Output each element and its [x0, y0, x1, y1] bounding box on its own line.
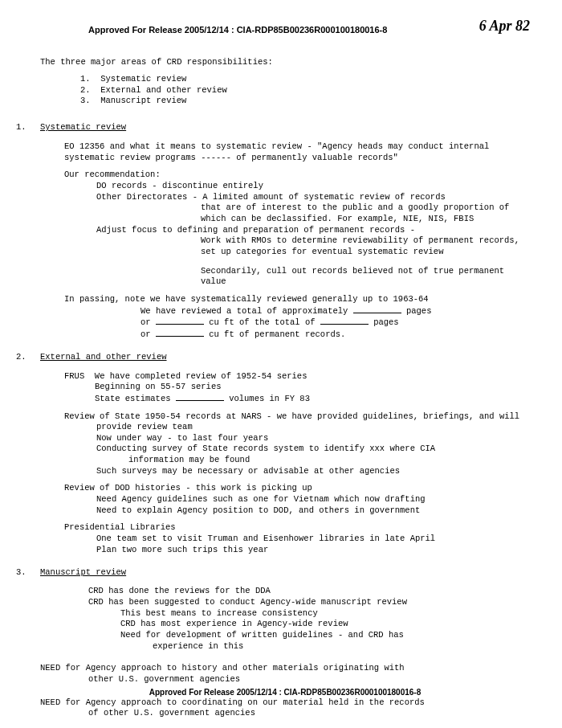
rec-other-cont: that are of interest to the public and a…: [201, 202, 530, 224]
section-2: 2. External and other review FRUS We hav…: [40, 351, 530, 555]
passing-l4: or cu ft of permanent records.: [140, 329, 530, 341]
sec2-dod: Review of DOD histories - this work is p…: [64, 483, 530, 516]
rec-label: Our recommendation:: [64, 170, 530, 181]
sec3-num: 3.: [16, 566, 26, 578]
rec-adjust: Adjust focus to defining and preparation…: [96, 225, 530, 258]
area-1: 1. Systematic review: [80, 74, 530, 85]
m4: CRD has most experience in Agency-wide r…: [120, 619, 530, 630]
rec-adjust-cont: Work with RMOs to determine reviewabilit…: [201, 235, 530, 257]
state-l1: Review of State 1950-54 records at NARS …: [64, 411, 530, 433]
dod-l1: Review of DOD histories - this work is p…: [64, 483, 530, 494]
pres-l2: Plan two more such trips this year: [96, 545, 530, 556]
need-block: NEED for Agency approach to history and …: [40, 663, 530, 719]
sec2-state: Review of State 1950-54 records at NARS …: [64, 411, 530, 477]
m3: This best means to increase consistency: [120, 608, 530, 620]
pres-label: Presidential Libraries: [64, 522, 530, 534]
rec-secondary: Secondarily, cull out records believed n…: [201, 266, 530, 288]
frus-l2: Beginning on 55-57 series: [95, 382, 530, 393]
m5: Need for development of written guidelin…: [120, 630, 530, 652]
dod-l2: Need Agency guidelines such as one for V…: [96, 494, 530, 505]
area-3: 3. Manuscript review: [80, 96, 530, 107]
passing-l1: In passing, note we have systematically …: [64, 294, 530, 305]
state-l2: Now under way - to last four years: [96, 433, 530, 444]
state-l3: Conducting survey of State records syste…: [96, 444, 530, 465]
m1: CRD has done the reviews for the DDA: [88, 586, 530, 597]
sec2-num: 2.: [16, 351, 26, 362]
handwritten-date: 6 Apr 82: [479, 16, 530, 35]
release-stamp-header: Approved For Release 2005/12/14 : CIA-RD…: [88, 24, 530, 36]
sec2-frus: FRUS We have completed review of 1952-54…: [64, 371, 530, 405]
section-3: 3. Manuscript review CRD has done the re…: [40, 566, 530, 652]
frus-l3: State estimates volumes in FY 83: [95, 393, 530, 405]
passing-l3: or cu ft of the total of pages: [140, 317, 530, 329]
frus-label: FRUS: [64, 371, 84, 381]
sec1-num: 1.: [16, 121, 26, 133]
state-l4: Such surveys may be necessary or advisab…: [96, 466, 530, 477]
sec3-title: Manuscript review: [40, 566, 530, 578]
area-2: 2. External and other review: [80, 85, 530, 96]
rec-other: Other Directorates - A limited amount of…: [96, 192, 530, 225]
sec2-title: External and other review: [40, 351, 530, 362]
passing-l2: We have reviewed a total of approximatel…: [140, 305, 530, 317]
pres-l1: One team set to visit Truman and Eisenho…: [96, 534, 530, 545]
dod-l3: Need to explain Agency position to DOD, …: [96, 505, 530, 517]
need1: NEED for Agency approach to history and …: [40, 663, 530, 685]
sec1-passing: In passing, note we have systematically …: [64, 294, 530, 341]
release-stamp-footer: Approved For Release 2005/12/14 : CIA-RD…: [40, 687, 530, 697]
areas-list: 1. Systematic review 2. External and oth…: [80, 74, 530, 107]
intro-line: The three major areas of CRD responsibil…: [40, 56, 530, 67]
sec1-eo: EO 12356 and what it means to systematic…: [64, 141, 530, 163]
section-1: 1. Systematic review EO 12356 and what i…: [40, 121, 530, 340]
need2: NEED for Agency approach to coordinating…: [40, 697, 530, 719]
sec1-rec: Our recommendation: DO records - discont…: [64, 170, 530, 287]
m2: CRD has been suggested to conduct Agency…: [88, 597, 530, 608]
sec1-title: Systematic review: [40, 121, 530, 133]
sec2-pres: Presidential Libraries One team set to v…: [64, 522, 530, 555]
rec-do: DO records - discontinue entirely: [96, 181, 530, 192]
